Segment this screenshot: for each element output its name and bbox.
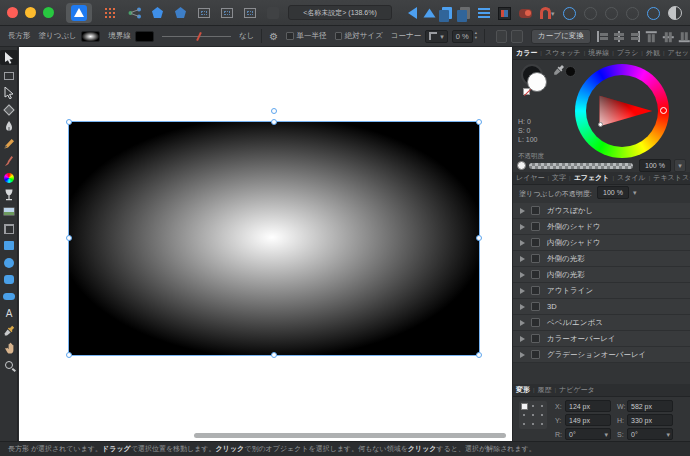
effect-row-outer-shadow[interactable]: 外側のシャドウ — [513, 219, 690, 235]
tab-character[interactable]: 文字 — [549, 173, 569, 183]
tab-text-styles[interactable]: テキストスタイル — [650, 173, 690, 183]
rotate-icon[interactable] — [496, 30, 508, 43]
effect-checkbox[interactable] — [531, 302, 540, 311]
selection-handle-top-center[interactable] — [271, 119, 277, 125]
view-tool[interactable] — [0, 340, 18, 355]
single-radius-checkbox[interactable] — [286, 32, 293, 40]
fill-opacity-value[interactable]: 100 % — [597, 186, 629, 199]
rotation-dropdown[interactable]: 0°▾ — [565, 428, 611, 440]
pencil-tool[interactable] — [0, 136, 18, 151]
rectangle-tool[interactable] — [0, 238, 18, 253]
canvas[interactable] — [19, 47, 512, 441]
selection-handle-top-right[interactable] — [476, 119, 482, 125]
close-window-button[interactable] — [7, 7, 18, 18]
insertion-target-icon[interactable] — [519, 6, 532, 21]
effect-checkbox[interactable] — [531, 206, 540, 215]
tab-appearance[interactable]: 外観 — [643, 48, 663, 58]
sl-selector[interactable] — [598, 122, 603, 127]
flip-vertical-icon[interactable] — [425, 6, 434, 21]
corner-type-dropdown[interactable]: ▾ — [425, 30, 448, 43]
document-title-dropdown[interactable]: <名称未設定> (138.6%) — [288, 5, 392, 20]
stroke-width-slider[interactable] — [162, 36, 231, 37]
pill-shape-tool[interactable] — [0, 289, 18, 304]
order-icon[interactable] — [478, 6, 490, 21]
point-transform-tool[interactable] — [0, 102, 18, 117]
effect-row-3d[interactable]: 3D — [513, 299, 690, 315]
artboard-tool[interactable] — [0, 68, 18, 83]
tab-navigator[interactable]: ナビゲータ — [556, 385, 598, 395]
document-setup-icon[interactable] — [150, 5, 165, 20]
effect-checkbox[interactable] — [531, 286, 540, 295]
rotation-handle[interactable] — [271, 108, 277, 114]
move-to-front-icon[interactable] — [442, 6, 452, 21]
stroke-swatch[interactable] — [135, 31, 155, 42]
designer-persona-button[interactable] — [66, 3, 92, 23]
align-center-icon[interactable] — [613, 31, 624, 42]
tab-stroke[interactable]: 境界線 — [585, 48, 612, 58]
guides-frame-icon[interactable] — [242, 5, 257, 20]
absolute-size-checkbox[interactable] — [335, 32, 342, 40]
tab-brushes[interactable]: ブラシ — [614, 48, 642, 58]
chevron-right-icon[interactable] — [520, 304, 525, 310]
vector-crop-tool[interactable] — [0, 221, 18, 236]
align-bottom-icon[interactable] — [679, 31, 690, 42]
chevron-right-icon[interactable] — [520, 208, 525, 214]
fill-opacity-caret-icon[interactable]: ▾ — [633, 189, 637, 196]
zoom-window-button[interactable] — [43, 7, 54, 18]
vector-brush-tool[interactable] — [0, 153, 18, 168]
margins-frame-icon[interactable] — [219, 5, 234, 20]
node-tool[interactable] — [0, 85, 18, 100]
chevron-right-icon[interactable] — [520, 240, 525, 246]
opacity-slider-knob[interactable] — [517, 161, 526, 170]
effect-row-inner-shadow[interactable]: 内側のシャドウ — [513, 235, 690, 251]
insert-behind-icon[interactable] — [563, 6, 576, 21]
gear-icon[interactable]: ⚙ — [269, 31, 278, 42]
align-left-icon[interactable] — [597, 31, 608, 42]
chevron-right-icon[interactable] — [520, 336, 525, 342]
picked-color-swatch[interactable] — [565, 66, 576, 77]
opacity-slider-track[interactable] — [529, 163, 633, 169]
effect-checkbox[interactable] — [531, 238, 540, 247]
selection-handle-bottom-left[interactable] — [66, 352, 72, 358]
boolean-add-icon[interactable] — [668, 6, 682, 21]
horizontal-scrollbar-thumb[interactable] — [194, 433, 506, 438]
grid-toggle-icon[interactable] — [498, 6, 511, 21]
selection-handle-mid-left[interactable] — [66, 235, 72, 241]
pixel-persona-icon[interactable] — [104, 7, 116, 19]
chevron-right-icon[interactable] — [520, 224, 525, 230]
move-to-back-icon[interactable] — [460, 6, 470, 21]
selection-handle-bottom-right[interactable] — [476, 352, 482, 358]
tab-color[interactable]: カラー — [513, 48, 540, 58]
tab-transform[interactable]: 変形 — [513, 385, 533, 395]
flip-horizontal-icon[interactable] — [408, 6, 417, 21]
effect-row-color-overlay[interactable]: カラーオーバーレイ — [513, 331, 690, 347]
stroke-style-value[interactable]: なし — [239, 31, 254, 41]
opacity-caret-button[interactable]: ▾ — [674, 159, 686, 172]
minimize-window-button[interactable] — [25, 7, 36, 18]
chevron-right-icon[interactable] — [520, 272, 525, 278]
tab-layers[interactable]: レイヤー — [513, 173, 548, 183]
effect-row-gaussian-blur[interactable]: ガウスぼかし — [513, 203, 690, 219]
tab-styles[interactable]: スタイル — [614, 173, 649, 183]
w-input[interactable]: 582 px — [627, 400, 673, 412]
eyedropper-icon[interactable] — [553, 64, 565, 76]
zoom-tool[interactable] — [0, 357, 18, 372]
anchor-point-selected[interactable] — [521, 403, 528, 410]
ellipse-tool[interactable] — [0, 255, 18, 270]
effect-checkbox[interactable] — [531, 254, 540, 263]
transparency-tool[interactable] — [0, 187, 18, 202]
selection-handle-top-left[interactable] — [66, 119, 72, 125]
shear-dropdown[interactable]: 0°▾ — [627, 428, 673, 440]
rounded-rectangle-tool[interactable] — [0, 272, 18, 287]
hue-selector[interactable] — [660, 107, 667, 114]
chevron-right-icon[interactable] — [520, 320, 525, 326]
effect-checkbox[interactable] — [531, 350, 540, 359]
selection-handle-mid-right[interactable] — [476, 235, 482, 241]
fill-tool[interactable] — [0, 170, 18, 185]
place-image-tool[interactable] — [0, 204, 18, 219]
snapshot-frame-icon[interactable] — [196, 5, 211, 20]
effect-checkbox[interactable] — [531, 334, 540, 343]
chevron-right-icon[interactable] — [520, 288, 525, 294]
text-tool[interactable]: A — [0, 306, 18, 321]
tab-swatches[interactable]: スウォッチ — [542, 48, 584, 58]
